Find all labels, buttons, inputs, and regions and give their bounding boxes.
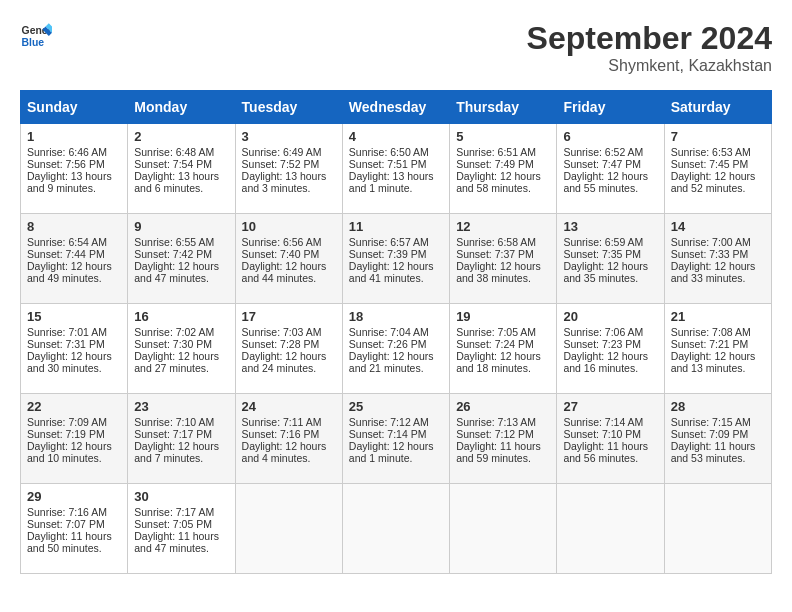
sunrise-text: Sunrise: 7:04 AM [349, 326, 429, 338]
day-number: 17 [242, 309, 336, 324]
sunset-text: Sunset: 7:28 PM [242, 338, 320, 350]
sunset-text: Sunset: 7:14 PM [349, 428, 427, 440]
daylight-text: Daylight: 12 hours and 38 minutes. [456, 260, 541, 284]
calendar-cell: 28Sunrise: 7:15 AMSunset: 7:09 PMDayligh… [664, 394, 771, 484]
sunrise-text: Sunrise: 6:58 AM [456, 236, 536, 248]
sunrise-text: Sunrise: 7:15 AM [671, 416, 751, 428]
sunrise-text: Sunrise: 7:01 AM [27, 326, 107, 338]
calendar-cell: 27Sunrise: 7:14 AMSunset: 7:10 PMDayligh… [557, 394, 664, 484]
day-number: 18 [349, 309, 443, 324]
sunrise-text: Sunrise: 6:52 AM [563, 146, 643, 158]
calendar-cell: 8Sunrise: 6:54 AMSunset: 7:44 PMDaylight… [21, 214, 128, 304]
calendar-cell [557, 484, 664, 574]
sunset-text: Sunset: 7:56 PM [27, 158, 105, 170]
sunset-text: Sunset: 7:49 PM [456, 158, 534, 170]
day-header-tuesday: Tuesday [235, 91, 342, 124]
page-header: General Blue September 2024 Shymkent, Ka… [20, 20, 772, 75]
day-number: 12 [456, 219, 550, 234]
calendar-cell: 30Sunrise: 7:17 AMSunset: 7:05 PMDayligh… [128, 484, 235, 574]
sunset-text: Sunset: 7:47 PM [563, 158, 641, 170]
calendar-cell: 2Sunrise: 6:48 AMSunset: 7:54 PMDaylight… [128, 124, 235, 214]
day-number: 5 [456, 129, 550, 144]
calendar-cell: 15Sunrise: 7:01 AMSunset: 7:31 PMDayligh… [21, 304, 128, 394]
day-number: 14 [671, 219, 765, 234]
sunrise-text: Sunrise: 7:00 AM [671, 236, 751, 248]
daylight-text: Daylight: 12 hours and 33 minutes. [671, 260, 756, 284]
sunrise-text: Sunrise: 6:51 AM [456, 146, 536, 158]
day-number: 29 [27, 489, 121, 504]
day-number: 1 [27, 129, 121, 144]
calendar-cell: 24Sunrise: 7:11 AMSunset: 7:16 PMDayligh… [235, 394, 342, 484]
day-number: 10 [242, 219, 336, 234]
daylight-text: Daylight: 12 hours and 27 minutes. [134, 350, 219, 374]
sunset-text: Sunset: 7:09 PM [671, 428, 749, 440]
sunrise-text: Sunrise: 7:16 AM [27, 506, 107, 518]
daylight-text: Daylight: 12 hours and 35 minutes. [563, 260, 648, 284]
calendar-cell [450, 484, 557, 574]
day-number: 9 [134, 219, 228, 234]
daylight-text: Daylight: 12 hours and 1 minute. [349, 440, 434, 464]
daylight-text: Daylight: 12 hours and 7 minutes. [134, 440, 219, 464]
sunrise-text: Sunrise: 7:06 AM [563, 326, 643, 338]
sunrise-text: Sunrise: 7:11 AM [242, 416, 322, 428]
daylight-text: Daylight: 12 hours and 10 minutes. [27, 440, 112, 464]
sunset-text: Sunset: 7:07 PM [27, 518, 105, 530]
sunset-text: Sunset: 7:44 PM [27, 248, 105, 260]
sunrise-text: Sunrise: 6:55 AM [134, 236, 214, 248]
logo-icon: General Blue [20, 20, 52, 52]
calendar-cell: 23Sunrise: 7:10 AMSunset: 7:17 PMDayligh… [128, 394, 235, 484]
calendar-cell: 17Sunrise: 7:03 AMSunset: 7:28 PMDayligh… [235, 304, 342, 394]
logo: General Blue [20, 20, 52, 52]
day-number: 8 [27, 219, 121, 234]
day-number: 3 [242, 129, 336, 144]
sunrise-text: Sunrise: 7:02 AM [134, 326, 214, 338]
calendar-cell: 20Sunrise: 7:06 AMSunset: 7:23 PMDayligh… [557, 304, 664, 394]
calendar-cell: 1Sunrise: 6:46 AMSunset: 7:56 PMDaylight… [21, 124, 128, 214]
calendar-cell: 26Sunrise: 7:13 AMSunset: 7:12 PMDayligh… [450, 394, 557, 484]
day-header-sunday: Sunday [21, 91, 128, 124]
day-header-saturday: Saturday [664, 91, 771, 124]
sunset-text: Sunset: 7:31 PM [27, 338, 105, 350]
week-row-3: 15Sunrise: 7:01 AMSunset: 7:31 PMDayligh… [21, 304, 772, 394]
day-number: 20 [563, 309, 657, 324]
daylight-text: Daylight: 12 hours and 13 minutes. [671, 350, 756, 374]
day-number: 4 [349, 129, 443, 144]
calendar-cell: 9Sunrise: 6:55 AMSunset: 7:42 PMDaylight… [128, 214, 235, 304]
sunrise-text: Sunrise: 7:17 AM [134, 506, 214, 518]
svg-text:Blue: Blue [22, 37, 45, 48]
calendar-cell: 4Sunrise: 6:50 AMSunset: 7:51 PMDaylight… [342, 124, 449, 214]
daylight-text: Daylight: 12 hours and 24 minutes. [242, 350, 327, 374]
week-row-4: 22Sunrise: 7:09 AMSunset: 7:19 PMDayligh… [21, 394, 772, 484]
sunrise-text: Sunrise: 7:12 AM [349, 416, 429, 428]
calendar-cell: 10Sunrise: 6:56 AMSunset: 7:40 PMDayligh… [235, 214, 342, 304]
sunrise-text: Sunrise: 6:50 AM [349, 146, 429, 158]
sunset-text: Sunset: 7:12 PM [456, 428, 534, 440]
daylight-text: Daylight: 13 hours and 6 minutes. [134, 170, 219, 194]
calendar-cell: 14Sunrise: 7:00 AMSunset: 7:33 PMDayligh… [664, 214, 771, 304]
sunset-text: Sunset: 7:35 PM [563, 248, 641, 260]
sunset-text: Sunset: 7:17 PM [134, 428, 212, 440]
calendar-cell: 16Sunrise: 7:02 AMSunset: 7:30 PMDayligh… [128, 304, 235, 394]
day-number: 15 [27, 309, 121, 324]
sunset-text: Sunset: 7:30 PM [134, 338, 212, 350]
day-number: 16 [134, 309, 228, 324]
daylight-text: Daylight: 11 hours and 47 minutes. [134, 530, 219, 554]
day-header-wednesday: Wednesday [342, 91, 449, 124]
sunset-text: Sunset: 7:05 PM [134, 518, 212, 530]
day-number: 19 [456, 309, 550, 324]
calendar-cell: 13Sunrise: 6:59 AMSunset: 7:35 PMDayligh… [557, 214, 664, 304]
daylight-text: Daylight: 13 hours and 9 minutes. [27, 170, 112, 194]
sunrise-text: Sunrise: 7:09 AM [27, 416, 107, 428]
daylight-text: Daylight: 12 hours and 44 minutes. [242, 260, 327, 284]
calendar-cell: 19Sunrise: 7:05 AMSunset: 7:24 PMDayligh… [450, 304, 557, 394]
daylight-text: Daylight: 12 hours and 4 minutes. [242, 440, 327, 464]
day-number: 27 [563, 399, 657, 414]
calendar-cell: 25Sunrise: 7:12 AMSunset: 7:14 PMDayligh… [342, 394, 449, 484]
sunset-text: Sunset: 7:52 PM [242, 158, 320, 170]
day-number: 30 [134, 489, 228, 504]
sunrise-text: Sunrise: 6:59 AM [563, 236, 643, 248]
day-header-thursday: Thursday [450, 91, 557, 124]
daylight-text: Daylight: 11 hours and 50 minutes. [27, 530, 112, 554]
week-row-2: 8Sunrise: 6:54 AMSunset: 7:44 PMDaylight… [21, 214, 772, 304]
day-number: 23 [134, 399, 228, 414]
